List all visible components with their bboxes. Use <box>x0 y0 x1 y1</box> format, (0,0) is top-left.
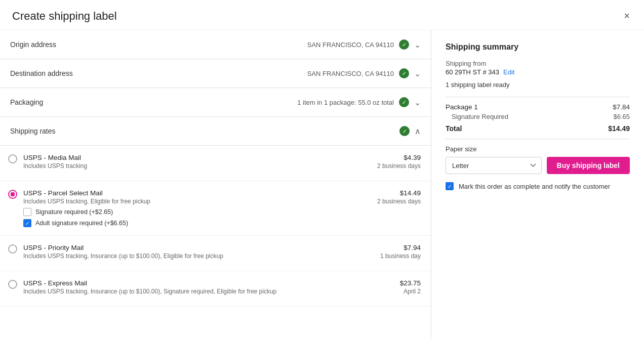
rate-name-priority-mail: USPS - Priority Mail <box>23 244 223 251</box>
shipping-rates-section: Shipping rates ✓ ∧ USPS - Media Mail Inc… <box>0 117 431 307</box>
option-signature-required: Signature required (+$2.65) <box>23 208 150 216</box>
rate-desc-priority-mail: Includes USPS tracking, Insurance (up to… <box>23 252 223 260</box>
rate-right-media-mail: $4.39 2 business days <box>377 154 421 169</box>
origin-address-value: SAN FRANCISCO, CA 94110 <box>307 41 394 49</box>
summary-signature-label: Signature Required <box>452 113 508 120</box>
shipping-rates-label: Shipping rates <box>10 127 56 135</box>
packaging-verified-icon: ✓ <box>399 97 409 107</box>
summary-from-label: Shipping from <box>446 60 630 67</box>
summary-package-label: Package 1 <box>446 103 478 111</box>
left-panel: Origin address SAN FRANCISCO, CA 94110 ✓… <box>0 30 431 339</box>
notify-row: ✓ Mark this order as complete and notify… <box>446 182 630 190</box>
summary-total-price: $14.49 <box>608 124 630 133</box>
rate-days-priority-mail: 1 business day <box>380 252 421 260</box>
destination-chevron-icon: ⌄ <box>414 69 421 78</box>
rate-left-media-mail: USPS - Media Mail Includes USPS tracking <box>8 154 377 173</box>
rate-left-express-mail: USPS - Express Mail Includes USPS tracki… <box>8 279 400 298</box>
rate-days-express-mail: April 2 <box>400 288 421 295</box>
rate-right-express-mail: $23.75 April 2 <box>400 279 421 295</box>
origin-address-row: Origin address SAN FRANCISCO, CA 94110 ✓… <box>0 30 431 59</box>
rate-options-parcel-select: Signature required (+$2.65) ✓ Adult sign… <box>23 208 150 227</box>
paper-size-label: Paper size <box>446 145 630 153</box>
modal-title: Create shipping label <box>12 10 117 23</box>
checkbox-adult-signature[interactable]: ✓ <box>23 219 31 227</box>
origin-chevron-icon: ⌄ <box>414 40 421 50</box>
summary-total-label: Total <box>446 124 462 133</box>
rate-radio-parcel-select[interactable] <box>8 190 17 199</box>
rate-item-express-mail: USPS - Express Mail Includes USPS tracki… <box>0 271 431 307</box>
close-button[interactable]: × <box>622 8 632 24</box>
packaging-header[interactable]: Packaging 1 item in 1 package: 55.0 oz t… <box>0 88 431 116</box>
rate-name-parcel-select: USPS - Parcel Select Mail <box>23 189 150 197</box>
packaging-chevron-icon: ⌄ <box>414 98 421 107</box>
rates-chevron-icon: ∧ <box>415 126 421 136</box>
summary-address-row: 60 29TH ST # 343 Edit <box>446 68 630 76</box>
destination-address-row: Destination address SAN FRANCISCO, CA 94… <box>0 59 431 88</box>
rate-radio-express-mail[interactable] <box>8 280 17 289</box>
buy-shipping-label-button[interactable]: Buy shipping label <box>547 157 630 174</box>
modal-header: Create shipping label × <box>0 0 644 30</box>
destination-address-value: SAN FRANCISCO, CA 94110 <box>307 70 394 77</box>
rate-left-priority-mail: USPS - Priority Mail Includes USPS track… <box>8 244 380 263</box>
rate-name-express-mail: USPS - Express Mail <box>23 279 276 287</box>
rate-left-parcel-select: USPS - Parcel Select Mail Includes USPS … <box>8 189 377 227</box>
rate-info-priority-mail: USPS - Priority Mail Includes USPS track… <box>23 244 223 263</box>
destination-verified-icon: ✓ <box>399 68 409 78</box>
rate-days-media-mail: 2 business days <box>377 162 421 169</box>
shipping-rates-verified-icon: ✓ <box>399 126 410 136</box>
packaging-label: Packaging <box>10 98 43 106</box>
rate-info-parcel-select: USPS - Parcel Select Mail Includes USPS … <box>23 189 150 227</box>
destination-address-label: Destination address <box>10 69 73 77</box>
rates-header-right: ✓ ∧ <box>399 126 421 136</box>
summary-address: 60 29TH ST # 343 <box>446 68 499 76</box>
destination-header-right: SAN FRANCISCO, CA 94110 ✓ ⌄ <box>307 68 421 78</box>
rate-desc-parcel-select: Includes USPS tracking, Eligible for fre… <box>23 198 150 205</box>
packaging-header-right: 1 item in 1 package: 55.0 oz total ✓ ⌄ <box>297 97 421 107</box>
summary-total-row: Total $14.49 <box>446 124 630 133</box>
summary-divider-bottom <box>446 139 630 139</box>
rate-item-priority-mail: USPS - Priority Mail Includes USPS track… <box>0 236 431 271</box>
rate-desc-media-mail: Includes USPS tracking <box>23 162 87 169</box>
rate-right-parcel-select: $14.49 2 business days <box>377 189 421 205</box>
origin-address-label: Origin address <box>10 40 56 49</box>
rate-info-express-mail: USPS - Express Mail Includes USPS tracki… <box>23 279 276 298</box>
rate-price-priority-mail: $7.94 <box>380 244 421 251</box>
summary-signature-price: $6.65 <box>613 113 630 120</box>
rate-name-media-mail: USPS - Media Mail <box>23 154 87 161</box>
option-signature-required-label: Signature required (+$2.65) <box>35 208 113 216</box>
notify-label: Mark this order as complete and notify t… <box>459 183 610 190</box>
checkbox-signature-required[interactable] <box>23 208 31 216</box>
option-adult-signature-label: Adult signature required (+$6.65) <box>35 220 128 227</box>
origin-address-header[interactable]: Origin address SAN FRANCISCO, CA 94110 ✓… <box>0 30 431 59</box>
paper-size-row: Letter 4x6 Buy shipping label <box>446 157 630 174</box>
rate-item-parcel-select: USPS - Parcel Select Mail Includes USPS … <box>0 181 431 236</box>
origin-verified-icon: ✓ <box>399 39 409 50</box>
summary-signature-row: Signature Required $6.65 <box>446 113 630 120</box>
summary-ready: 1 shipping label ready <box>446 81 630 89</box>
rate-radio-priority-mail[interactable] <box>8 244 17 253</box>
option-adult-signature: ✓ Adult signature required (+$6.65) <box>23 219 150 227</box>
summary-divider-top <box>446 97 630 97</box>
packaging-row: Packaging 1 item in 1 package: 55.0 oz t… <box>0 88 431 117</box>
rate-right-priority-mail: $7.94 1 business day <box>380 244 421 260</box>
modal-body: Origin address SAN FRANCISCO, CA 94110 ✓… <box>0 30 644 339</box>
paper-size-select[interactable]: Letter 4x6 <box>446 157 542 174</box>
summary-title: Shipping summary <box>446 43 630 52</box>
rate-item-media-mail: USPS - Media Mail Includes USPS tracking… <box>0 146 431 181</box>
rate-desc-express-mail: Includes USPS tracking, Insurance (up to… <box>23 288 276 295</box>
destination-address-header[interactable]: Destination address SAN FRANCISCO, CA 94… <box>0 59 431 88</box>
origin-header-right: SAN FRANCISCO, CA 94110 ✓ ⌄ <box>307 39 421 50</box>
rate-price-media-mail: $4.39 <box>377 154 421 161</box>
summary-package-row: Package 1 $7.84 <box>446 103 630 111</box>
right-panel: Shipping summary Shipping from 60 29TH S… <box>431 30 644 339</box>
rate-info-media-mail: USPS - Media Mail Includes USPS tracking <box>23 154 87 173</box>
rate-days-parcel-select: 2 business days <box>377 198 421 205</box>
rate-radio-media-mail[interactable] <box>8 154 17 163</box>
summary-package-price: $7.84 <box>613 103 630 111</box>
rate-price-express-mail: $23.75 <box>400 279 421 287</box>
notify-checkbox[interactable]: ✓ <box>446 182 454 190</box>
shipping-rates-header[interactable]: Shipping rates ✓ ∧ <box>0 117 431 146</box>
packaging-value: 1 item in 1 package: 55.0 oz total <box>297 99 394 106</box>
edit-link[interactable]: Edit <box>503 68 514 76</box>
rate-price-parcel-select: $14.49 <box>377 189 421 197</box>
